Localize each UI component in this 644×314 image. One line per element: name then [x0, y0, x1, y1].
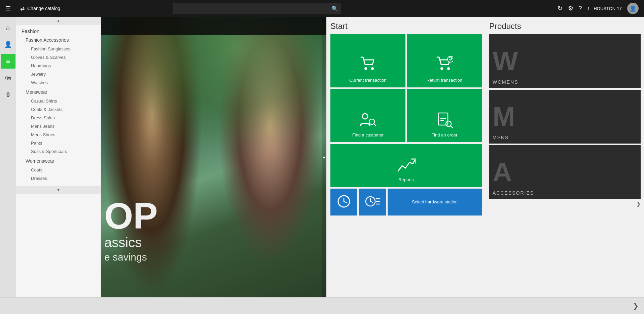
sidebar: ▲ Fashion Fashion Accessories Fashion Su… [16, 17, 101, 297]
clock-icon [337, 195, 351, 209]
products-panel-title: Products [489, 22, 641, 31]
svg-line-14 [344, 201, 347, 203]
start-panel: Start Current transaction [326, 17, 486, 297]
sidebar-label: Dresses [31, 176, 47, 181]
current-transaction-icon [360, 55, 376, 75]
sidebar-item-gloves-scarves[interactable]: Gloves & Scarves [16, 53, 101, 62]
sidebar-label: Dress Shirts [31, 115, 55, 120]
store-info: 1 - HOUSTON-17 [587, 6, 622, 11]
left-nav: ⌂ 👤 ≡ 🛍 0 [0, 17, 16, 297]
sidebar-item-womenswear[interactable]: Womenswear [16, 156, 101, 166]
nav-home[interactable]: ⌂ [1, 20, 15, 35]
avatar[interactable]: 👤 [627, 3, 639, 14]
nav-list[interactable]: ≡ [1, 54, 15, 69]
sidebar-label: Fashion Accessories [26, 37, 69, 43]
hero-image: OP assics e savings ▶ [101, 17, 326, 297]
sidebar-item-jewelry[interactable]: Jewelry [16, 70, 101, 78]
find-order-label: Find an order [429, 132, 460, 138]
sidebar-item-pants[interactable]: Pants [16, 139, 101, 147]
sidebar-label: Suits & Sportcoats [31, 149, 67, 154]
reports-icon [397, 156, 416, 174]
return-transaction-label: Return transaction [424, 78, 465, 83]
find-order-tile[interactable]: Find an order [407, 89, 482, 142]
current-transaction-label: Current transaction [347, 78, 389, 83]
change-catalog-icon: ⇄ [20, 5, 25, 12]
sidebar-label: Handbags [31, 63, 51, 68]
sidebar-item-watches[interactable]: Watches [16, 78, 101, 87]
sidebar-item-dresses[interactable]: Dresses [16, 174, 101, 183]
menu-icon[interactable]: ☰ [0, 5, 16, 12]
sidebar-label: Mens Shoes [31, 132, 55, 137]
sidebar-label: Menswear [26, 89, 47, 95]
hero-text-savings: e savings [104, 250, 158, 264]
topbar: ☰ ⇄ Change catalog 🔍 ↻ ⚙ ? 1 - HOUSTON-1… [0, 0, 644, 17]
sidebar-label: Coats [31, 167, 42, 172]
current-transaction-tile[interactable]: Current transaction [330, 34, 405, 87]
zero-count: 0 [6, 91, 10, 99]
product-card-womens[interactable]: W WOMENS [489, 34, 641, 88]
change-catalog-button[interactable]: ⇄ Change catalog [16, 5, 64, 12]
select-hardware-label: Select hardware station [412, 199, 458, 205]
svg-point-3 [447, 67, 450, 70]
change-catalog-label: Change catalog [27, 6, 60, 11]
find-customer-tile[interactable]: Find a customer [330, 89, 405, 142]
select-hardware-tile[interactable]: Select hardware station [388, 189, 482, 215]
clock-tile[interactable] [330, 189, 357, 215]
product-card-mens[interactable]: M MENS [489, 90, 641, 144]
find-order-icon [436, 112, 453, 130]
sidebar-label: Jewelry [31, 72, 46, 77]
sidebar-label: Coats & Jackets [31, 107, 63, 112]
svg-rect-7 [438, 113, 448, 125]
search-input[interactable] [173, 3, 341, 14]
find-customer-icon [359, 112, 377, 130]
sidebar-label: Watches [31, 80, 48, 85]
svg-point-1 [371, 67, 374, 70]
clock-list-icon [365, 195, 380, 209]
sidebar-item-dress-shirts[interactable]: Dress Shirts [16, 114, 101, 122]
return-transaction-icon [436, 55, 453, 75]
svg-point-0 [364, 67, 367, 70]
find-customer-label: Find a customer [350, 132, 386, 138]
hero-text-overlay: OP assics e savings [104, 197, 158, 264]
sidebar-item-menswear[interactable]: Menswear [16, 87, 101, 97]
search-area: 🔍 [173, 3, 341, 14]
main-content: OP assics e savings ▶ Start [101, 17, 644, 297]
start-panel-title: Start [330, 22, 482, 31]
settings-icon[interactable]: ⚙ [568, 5, 573, 12]
hero-scroll-right[interactable]: ▶ [322, 17, 326, 297]
sidebar-item-fashion-accessories[interactable]: Fashion Accessories [16, 35, 101, 45]
return-transaction-tile[interactable]: Return transaction [407, 34, 482, 87]
bottombar: ❯ [0, 297, 644, 314]
products-scroll-right[interactable]: ❯ [489, 201, 641, 207]
sidebar-item-mens-shoes[interactable]: Mens Shoes [16, 130, 101, 139]
products-panel: Products W WOMENS M MENS A ACCESSORIES ❯ [486, 17, 644, 297]
clock-list-tile[interactable] [359, 189, 386, 215]
sidebar-item-handbags[interactable]: Handbags [16, 62, 101, 70]
sidebar-item-fashion-sunglasses[interactable]: Fashion Sunglasses [16, 45, 101, 53]
reports-label: Reports [398, 177, 414, 182]
search-icon[interactable]: 🔍 [331, 5, 338, 12]
reports-tile[interactable]: Reports [330, 144, 482, 187]
sidebar-label: Gloves & Scarves [31, 55, 66, 60]
refresh-icon[interactable]: ↻ [558, 5, 563, 12]
sidebar-scroll-down[interactable]: ▼ [16, 186, 101, 194]
sidebar-item-casual-shirts[interactable]: Casual Shirts [16, 97, 101, 105]
svg-line-17 [370, 201, 372, 202]
nav-badge-zero: 0 [1, 87, 15, 102]
sidebar-item-coats[interactable]: Coats [16, 166, 101, 174]
nav-person[interactable]: 👤 [1, 37, 15, 52]
sidebar-item-suits[interactable]: Suits & Sportcoats [16, 147, 101, 156]
hero-text-classics: assics [104, 234, 158, 250]
sidebar-label: Casual Shirts [31, 99, 57, 104]
nav-bag[interactable]: 🛍 [1, 71, 15, 85]
sidebar-scroll-up[interactable]: ▲ [16, 17, 101, 25]
right-icons: ↻ ⚙ ? 1 - HOUSTON-17 👤 [558, 3, 644, 14]
sidebar-item-fashion[interactable]: Fashion [16, 25, 101, 35]
bottom-nav-arrow[interactable]: ❯ [633, 302, 639, 310]
help-icon[interactable]: ? [579, 5, 582, 12]
sidebar-item-coats-jackets[interactable]: Coats & Jackets [16, 105, 101, 114]
hero-text-op: OP [104, 197, 158, 234]
sidebar-item-mens-jeans[interactable]: Mens Jeans [16, 122, 101, 130]
product-card-accessories[interactable]: A ACCESSORIES [489, 145, 641, 199]
svg-point-5 [362, 114, 368, 119]
